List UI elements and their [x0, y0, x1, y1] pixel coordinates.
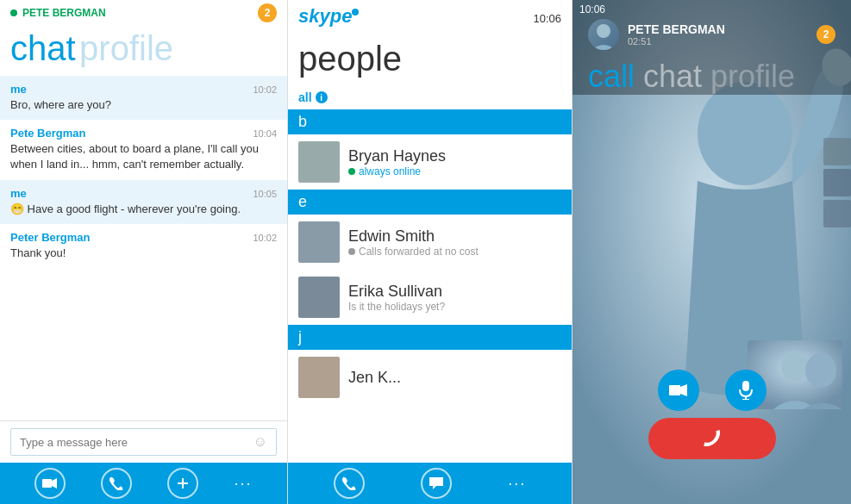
message-text: 😁 Have a good flight - wherever you're g… — [10, 202, 277, 217]
message-input-wrap[interactable]: ☺ — [10, 428, 277, 456]
list-item[interactable]: Bryan Haynes always online — [288, 134, 572, 190]
skype-logo: skype — [298, 3, 367, 33]
side-contact-icon[interactable] — [823, 138, 851, 165]
video-toggle-button[interactable] — [658, 370, 699, 411]
message-sender: Pete Bergman — [10, 127, 85, 140]
people-panel: skype 10:06 people all i b Bryan Haynes … — [288, 0, 573, 504]
list-item[interactable]: Erika Sullivan Is it the holidays yet? — [288, 270, 572, 325]
avatar — [298, 221, 340, 263]
person-info: Bryan Haynes always online — [348, 147, 561, 177]
message-header: me 10:02 — [10, 83, 277, 96]
list-item[interactable]: Edwin Smith Calls forwarded at no cost — [288, 215, 572, 270]
message-text: Thank you! — [10, 246, 277, 261]
call-duration: 02:51 — [628, 36, 808, 47]
person-name: Erika Sullivan — [348, 283, 561, 301]
call-panel: 10:06 PETE BERGMAN 02:51 2 call chat pro… — [573, 0, 851, 504]
side-contact-icon[interactable] — [823, 200, 851, 227]
message-item: Pete Bergman 10:04 Between cities, about… — [0, 120, 287, 179]
people-bottom-bar: ··· — [288, 463, 572, 504]
svg-rect-15 — [742, 381, 749, 391]
svg-text:skype: skype — [298, 5, 352, 27]
tab-profile[interactable]: profile — [710, 59, 795, 95]
message-text: Bro, where are you? — [10, 97, 277, 113]
add-contact-button[interactable] — [167, 468, 198, 499]
all-label: all — [298, 90, 312, 104]
call-contact-name: PETE BERGMAN — [628, 22, 808, 36]
avatar — [298, 277, 340, 318]
chat-title-word: chat — [10, 29, 76, 67]
people-status-bar: skype 10:06 — [288, 0, 572, 36]
message-time: 10:02 — [253, 233, 277, 243]
people-list: all i b Bryan Haynes always online e Edw… — [288, 85, 572, 463]
messages-area: me 10:02 Bro, where are you? Pete Bergma… — [0, 76, 287, 420]
call-header: PETE BERGMAN 02:51 2 — [579, 16, 844, 55]
call-avatar — [588, 19, 619, 50]
status-text: Calls forwarded at no cost — [359, 246, 479, 258]
svg-marker-1 — [52, 478, 57, 488]
person-info: Jen K... — [348, 369, 561, 387]
side-contacts — [823, 138, 851, 227]
chat-button[interactable] — [421, 468, 452, 499]
message-header: Pete Bergman 10:04 — [10, 127, 277, 140]
message-header: Peter Bergman 10:02 — [10, 231, 277, 244]
message-item: me 10:02 Bro, where are you? — [0, 76, 287, 120]
message-text: Between cities, about to board a plane, … — [10, 141, 277, 172]
svg-point-5 — [352, 9, 359, 16]
svg-point-9 — [597, 24, 610, 38]
chat-notification-badge: 2 — [258, 3, 277, 22]
message-time: 10:05 — [253, 189, 277, 199]
call-controls — [573, 370, 851, 463]
info-icon: i — [316, 91, 328, 103]
voice-call-button[interactable] — [101, 468, 132, 499]
people-time: 10:06 — [533, 12, 561, 25]
person-name: Bryan Haynes — [348, 147, 561, 165]
section-label-e: e — [288, 190, 572, 215]
person-status: always online — [348, 165, 561, 177]
call-buttons-row — [658, 370, 767, 411]
message-header: me 10:05 — [10, 187, 277, 200]
message-item: me 10:05 😁 Have a good flight - wherever… — [0, 180, 287, 224]
video-call-button[interactable] — [34, 468, 66, 499]
svg-marker-14 — [680, 384, 687, 396]
call-tabs: call chat profile — [579, 55, 844, 95]
end-call-button[interactable] — [648, 418, 776, 459]
more-options-button[interactable]: ··· — [234, 475, 252, 493]
person-status: Is it the holidays yet? — [348, 301, 561, 313]
status-dot — [348, 168, 355, 175]
person-info: Erika Sullivan Is it the holidays yet? — [348, 283, 561, 313]
tab-chat[interactable]: chat — [643, 59, 702, 95]
call-name-area: PETE BERGMAN 02:51 — [628, 22, 808, 47]
people-title: people — [298, 40, 402, 78]
mute-button[interactable] — [725, 370, 767, 411]
chat-status-bar: PETE BERGMAN 2 — [0, 0, 287, 26]
chat-panel: PETE BERGMAN 2 chat profile me 10:02 Bro… — [0, 0, 288, 504]
call-button[interactable] — [334, 468, 365, 499]
section-label-b: b — [288, 109, 572, 134]
tab-call[interactable]: call — [588, 59, 635, 95]
emoji-icon[interactable]: ☺ — [253, 434, 267, 450]
profile-title-word: profile — [79, 29, 173, 67]
list-item[interactable]: Jen K... — [288, 350, 572, 405]
call-notification-badge: 2 — [817, 25, 835, 44]
side-contact-icon[interactable] — [823, 169, 851, 196]
svg-point-7 — [698, 82, 792, 185]
message-input[interactable] — [20, 436, 253, 449]
avatar — [298, 357, 340, 398]
person-info: Edwin Smith Calls forwarded at no cost — [348, 227, 561, 258]
people-page-title: people — [288, 36, 572, 85]
message-sender: me — [10, 187, 27, 200]
status-text: Is it the holidays yet? — [348, 301, 445, 313]
status-text: always online — [359, 165, 421, 177]
svg-rect-13 — [669, 385, 680, 395]
person-name: Edwin Smith — [348, 227, 561, 246]
people-all-row[interactable]: all i — [288, 85, 572, 109]
call-time: 10:06 — [579, 3, 631, 16]
chat-contact-name: PETE BERGMAN — [10, 7, 106, 19]
message-sender: me — [10, 83, 27, 96]
chat-page-title: chat profile — [0, 26, 287, 76]
svg-rect-0 — [42, 479, 52, 488]
people-more-button[interactable]: ··· — [508, 475, 526, 493]
message-time: 10:04 — [253, 128, 277, 139]
message-item: Peter Bergman 10:02 Thank you! — [0, 224, 287, 268]
message-input-area: ☺ — [0, 420, 287, 463]
